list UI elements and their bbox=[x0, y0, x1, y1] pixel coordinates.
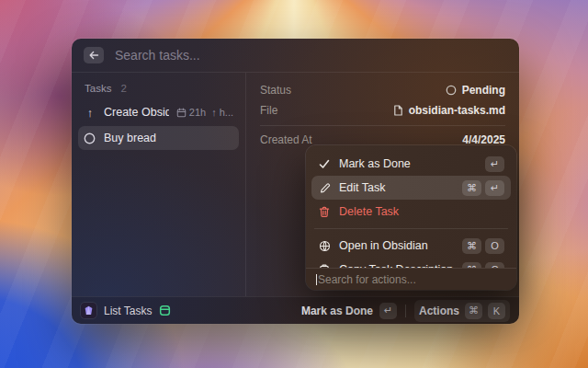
status-row: Status Pending bbox=[260, 80, 505, 100]
unchecked-circle-icon bbox=[84, 132, 96, 144]
cached-list-icon bbox=[159, 305, 171, 316]
check-icon bbox=[319, 159, 330, 169]
pencil-icon bbox=[319, 182, 331, 194]
actions-search-bar bbox=[306, 268, 516, 290]
status-bar: List Tasks Mark as Done ↵ Actions ⌘ K bbox=[72, 296, 519, 324]
search-input[interactable] bbox=[115, 48, 409, 63]
obsidian-app-icon bbox=[81, 303, 96, 318]
status-label: Status bbox=[260, 84, 291, 97]
section-title: Tasks bbox=[85, 83, 111, 94]
calendar-icon bbox=[176, 108, 187, 118]
status-value: Pending bbox=[462, 84, 505, 97]
task-title: Buy bread bbox=[104, 132, 156, 144]
list-item-buy-bread[interactable]: Buy bread bbox=[78, 126, 239, 150]
task-title: Create Obsidian... bbox=[104, 106, 169, 119]
cmd-key-badge: ⌘ bbox=[462, 180, 481, 196]
list-item-create-obsidian[interactable]: ↑ Create Obsidian... 21h ↑ h... bbox=[78, 100, 239, 124]
window-header bbox=[72, 39, 519, 73]
primary-action-label[interactable]: Mark as Done bbox=[301, 305, 373, 317]
menu-item-mark-as-done[interactable]: Mark as Done ↵ bbox=[311, 152, 511, 176]
detail-separator bbox=[260, 125, 505, 126]
document-icon bbox=[393, 105, 403, 116]
menu-item-label: Delete Task bbox=[339, 205, 399, 218]
menu-item-label: Edit Task bbox=[339, 181, 386, 194]
text-caret bbox=[316, 274, 317, 285]
globe-icon bbox=[319, 240, 331, 252]
file-label: File bbox=[260, 104, 277, 117]
pending-circle-icon bbox=[446, 85, 457, 96]
file-row: File obsidian-tasks.md bbox=[260, 100, 505, 121]
o-key-badge: O bbox=[485, 238, 504, 254]
menu-item-delete-task[interactable]: Delete Task bbox=[311, 200, 511, 224]
cmd-key-badge: ⌘ bbox=[462, 238, 481, 254]
screen: Tasks 2 ↑ Create Obsidian... 21h ↑ h... bbox=[0, 0, 588, 368]
enter-key-badge: ↵ bbox=[485, 180, 504, 196]
priority-arrow-up-icon: ↑ bbox=[211, 107, 217, 118]
arrow-left-icon bbox=[89, 51, 99, 60]
due-badge: 21h bbox=[189, 107, 206, 118]
actions-button[interactable]: Actions ⌘ K bbox=[414, 300, 510, 322]
cmd-key-badge: ⌘ bbox=[465, 303, 482, 319]
priority-badge: h... bbox=[220, 107, 233, 118]
task-accessories: 21h ↑ h... bbox=[176, 107, 233, 118]
trash-icon bbox=[319, 206, 330, 218]
file-value: obsidian-tasks.md bbox=[409, 104, 505, 117]
actions-label: Actions bbox=[419, 305, 459, 317]
footer-divider bbox=[405, 305, 406, 317]
menu-item-edit-task[interactable]: Edit Task ⌘ ↵ bbox=[311, 176, 511, 200]
actions-search-input[interactable] bbox=[318, 273, 483, 286]
menu-item-label: Open in Obsidian bbox=[339, 239, 428, 252]
enter-key-badge: ↵ bbox=[485, 156, 504, 172]
created-label: Created At bbox=[260, 133, 312, 146]
back-button[interactable] bbox=[84, 47, 104, 63]
arrow-up-icon: ↑ bbox=[84, 106, 96, 120]
section-count: 2 bbox=[120, 83, 126, 94]
command-name: List Tasks bbox=[104, 305, 152, 317]
created-value: 4/4/2025 bbox=[462, 133, 505, 146]
menu-separator bbox=[314, 228, 508, 229]
list-section-header: Tasks 2 bbox=[78, 77, 239, 100]
task-list-pane: Tasks 2 ↑ Create Obsidian... 21h ↑ h... bbox=[72, 73, 246, 296]
enter-key-badge: ↵ bbox=[379, 303, 397, 319]
menu-item-label: Mark as Done bbox=[339, 157, 411, 170]
menu-item-open-in-obsidian[interactable]: Open in Obsidian ⌘ O bbox=[311, 234, 511, 258]
k-key-badge: K bbox=[488, 303, 505, 319]
actions-menu: Mark as Done ↵ Edit Task ⌘ ↵ D bbox=[306, 145, 516, 290]
